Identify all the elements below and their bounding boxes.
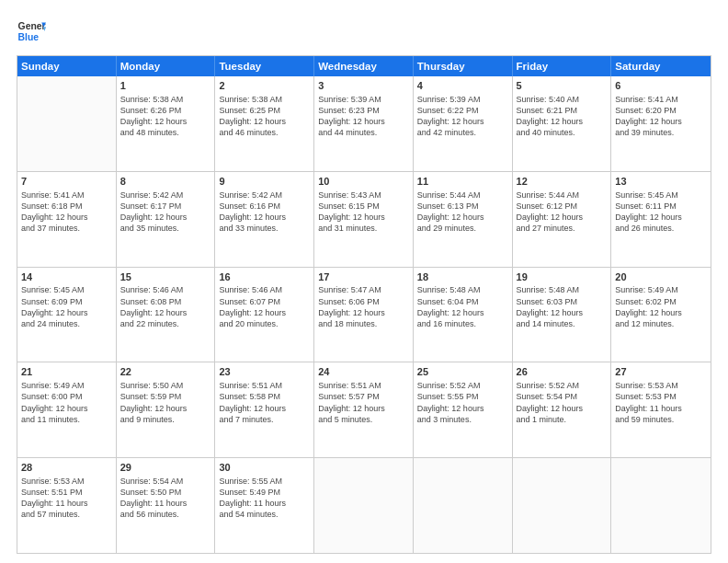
cell-info-line: Sunset: 6:15 PM [318, 201, 409, 212]
calendar-row: 28Sunrise: 5:53 AMSunset: 5:51 PMDayligh… [17, 457, 711, 553]
calendar-cell: 20Sunrise: 5:49 AMSunset: 6:02 PMDayligh… [611, 268, 711, 362]
calendar-cell: 14Sunrise: 5:45 AMSunset: 6:09 PMDayligh… [17, 268, 117, 362]
cell-info-line: and 9 minutes. [120, 414, 211, 425]
cell-info-line: and 27 minutes. [517, 223, 608, 234]
cell-info-line: Sunset: 6:16 PM [219, 201, 310, 212]
cell-info-line: Daylight: 12 hours [120, 403, 211, 414]
calendar-cell: 18Sunrise: 5:48 AMSunset: 6:04 PMDayligh… [414, 268, 513, 362]
weekday-header: Sunday [17, 56, 117, 76]
calendar-cell: 1Sunrise: 5:38 AMSunset: 6:26 PMDaylight… [117, 76, 216, 171]
cell-info-line: Sunrise: 5:46 AM [219, 284, 310, 295]
cell-info-line: and 57 minutes. [21, 509, 112, 520]
cell-info-line: Sunset: 5:57 PM [318, 391, 409, 402]
cell-info-line: Sunset: 6:06 PM [318, 296, 409, 307]
weekday-header: Monday [117, 56, 216, 76]
cell-info-line: Sunrise: 5:44 AM [417, 190, 508, 201]
cell-info-line: and 7 minutes. [219, 414, 310, 425]
cell-info-line: Sunset: 5:49 PM [219, 487, 310, 498]
calendar-cell: 22Sunrise: 5:50 AMSunset: 5:59 PMDayligh… [117, 362, 216, 457]
weekday-header: Saturday [611, 56, 711, 76]
cell-info-line: and 26 minutes. [615, 223, 707, 234]
calendar-cell: 6Sunrise: 5:41 AMSunset: 6:20 PMDaylight… [611, 76, 711, 171]
day-number: 11 [417, 175, 508, 189]
cell-info-line: Sunrise: 5:51 AM [318, 380, 409, 391]
cell-info-line: Sunrise: 5:50 AM [120, 380, 211, 391]
calendar-row: 1Sunrise: 5:38 AMSunset: 6:26 PMDaylight… [17, 76, 711, 171]
svg-text:Blue: Blue [18, 32, 40, 42]
calendar-row: 21Sunrise: 5:49 AMSunset: 6:00 PMDayligh… [17, 362, 711, 457]
cell-info-line: and 20 minutes. [219, 318, 310, 329]
day-number: 18 [417, 270, 508, 284]
cell-info-line: Sunset: 6:13 PM [417, 201, 508, 212]
cell-info-line: Sunset: 6:11 PM [615, 201, 707, 212]
day-number: 17 [318, 270, 409, 284]
cell-info-line: Sunset: 6:23 PM [318, 105, 409, 116]
cell-info-line: and 44 minutes. [318, 127, 409, 138]
cell-info-line: and 1 minute. [517, 414, 608, 425]
cell-info-line: Sunrise: 5:46 AM [120, 284, 211, 295]
day-number: 4 [417, 79, 508, 93]
cell-info-line: Sunrise: 5:42 AM [219, 190, 310, 201]
svg-text:General: General [18, 21, 46, 31]
calendar-cell [513, 458, 612, 553]
cell-info-line: Sunrise: 5:52 AM [417, 380, 508, 391]
cell-info-line: Sunrise: 5:48 AM [517, 284, 608, 295]
day-number: 25 [417, 365, 508, 379]
cell-info-line: Sunset: 6:09 PM [21, 296, 112, 307]
cell-info-line: and 56 minutes. [120, 509, 211, 520]
calendar-cell: 19Sunrise: 5:48 AMSunset: 6:03 PMDayligh… [513, 268, 612, 362]
cell-info-line: and 22 minutes. [120, 318, 211, 329]
cell-info-line: Sunset: 6:04 PM [417, 296, 508, 307]
cell-info-line: Sunrise: 5:42 AM [120, 190, 211, 201]
calendar-cell: 8Sunrise: 5:42 AMSunset: 6:17 PMDaylight… [117, 172, 216, 267]
cell-info-line: Sunset: 6:26 PM [120, 105, 211, 116]
day-number: 21 [21, 365, 112, 379]
header: General Blue [17, 17, 711, 46]
cell-info-line: and 40 minutes. [517, 127, 608, 138]
calendar-cell: 21Sunrise: 5:49 AMSunset: 6:00 PMDayligh… [17, 362, 117, 457]
calendar-header: SundayMondayTuesdayWednesdayThursdayFrid… [17, 56, 711, 76]
cell-info-line: Sunset: 5:55 PM [417, 391, 508, 402]
cell-info-line: Sunset: 6:17 PM [120, 201, 211, 212]
calendar-cell: 4Sunrise: 5:39 AMSunset: 6:22 PMDaylight… [414, 76, 513, 171]
cell-info-line: Daylight: 12 hours [517, 116, 608, 127]
cell-info-line: Sunset: 6:00 PM [21, 391, 112, 402]
cell-info-line: Sunset: 5:51 PM [21, 487, 112, 498]
calendar-cell: 5Sunrise: 5:40 AMSunset: 6:21 PMDaylight… [513, 76, 612, 171]
day-number: 14 [21, 270, 112, 284]
cell-info-line: Sunrise: 5:49 AM [21, 380, 112, 391]
calendar-cell: 10Sunrise: 5:43 AMSunset: 6:15 PMDayligh… [314, 172, 414, 267]
cell-info-line: and 54 minutes. [219, 509, 310, 520]
cell-info-line: and 39 minutes. [615, 127, 707, 138]
cell-info-line: and 16 minutes. [417, 318, 508, 329]
day-number: 23 [219, 365, 310, 379]
page: General Blue SundayMondayTuesdayWednesda… [0, 0, 728, 563]
day-number: 13 [615, 175, 707, 189]
cell-info-line: Daylight: 12 hours [517, 307, 608, 318]
day-number: 20 [615, 270, 707, 284]
calendar-cell [611, 458, 711, 553]
calendar-cell: 13Sunrise: 5:45 AMSunset: 6:11 PMDayligh… [611, 172, 711, 267]
cell-info-line: Daylight: 12 hours [615, 212, 707, 223]
calendar-cell: 26Sunrise: 5:52 AMSunset: 5:54 PMDayligh… [513, 362, 612, 457]
cell-info-line: Sunrise: 5:52 AM [517, 380, 608, 391]
cell-info-line: Sunset: 6:08 PM [120, 296, 211, 307]
cell-info-line: Sunrise: 5:38 AM [120, 94, 211, 105]
cell-info-line: Daylight: 12 hours [318, 212, 409, 223]
cell-info-line: Sunrise: 5:53 AM [615, 380, 707, 391]
cell-info-line: Daylight: 12 hours [219, 212, 310, 223]
day-number: 7 [21, 175, 112, 189]
cell-info-line: Sunrise: 5:40 AM [517, 94, 608, 105]
cell-info-line: Sunset: 6:20 PM [615, 105, 707, 116]
calendar-cell: 2Sunrise: 5:38 AMSunset: 6:25 PMDaylight… [215, 76, 314, 171]
cell-info-line: and 3 minutes. [417, 414, 508, 425]
day-number: 29 [120, 461, 211, 475]
cell-info-line: Daylight: 12 hours [417, 116, 508, 127]
cell-info-line: Daylight: 12 hours [417, 403, 508, 414]
cell-info-line: Daylight: 11 hours [219, 498, 310, 509]
calendar-cell: 30Sunrise: 5:55 AMSunset: 5:49 PMDayligh… [215, 458, 314, 553]
cell-info-line: Daylight: 12 hours [219, 116, 310, 127]
cell-info-line: and 12 minutes. [615, 318, 707, 329]
cell-info-line: Sunrise: 5:41 AM [21, 190, 112, 201]
day-number: 15 [120, 270, 211, 284]
